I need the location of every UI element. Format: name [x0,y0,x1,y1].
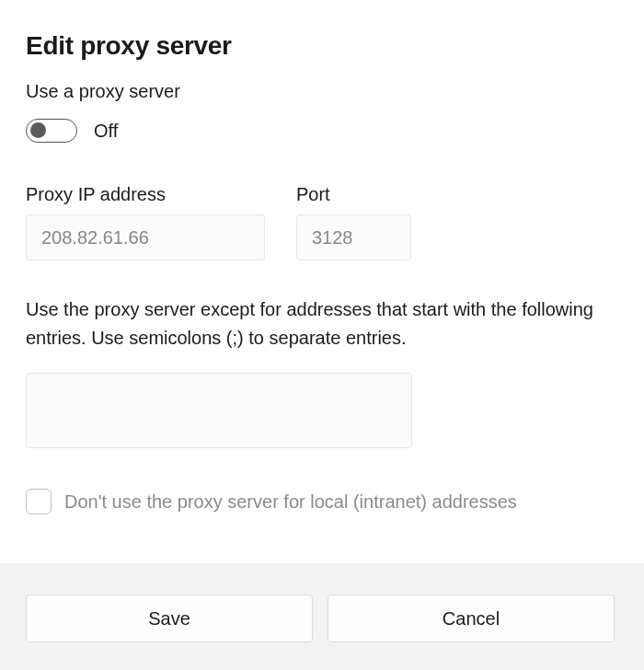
local-checkbox[interactable] [26,489,52,514]
ip-input[interactable] [26,214,265,260]
cancel-button[interactable]: Cancel [328,595,615,642]
local-checkbox-label: Don't use the proxy server for local (in… [64,491,517,513]
exceptions-input[interactable] [26,373,412,448]
save-button[interactable]: Save [26,595,313,642]
toggle-state-label: Off [94,121,118,142]
exceptions-description: Use the proxy server except for addresse… [26,295,615,352]
proxy-server-label: Use a proxy server [26,81,618,102]
port-label: Port [296,184,411,205]
ip-label: Proxy IP address [26,184,265,205]
toggle-knob [30,122,46,138]
proxy-toggle[interactable] [26,119,77,143]
dialog-title: Edit proxy server [26,31,618,61]
dialog-footer: Save Cancel [0,563,644,670]
port-input[interactable] [296,214,411,260]
